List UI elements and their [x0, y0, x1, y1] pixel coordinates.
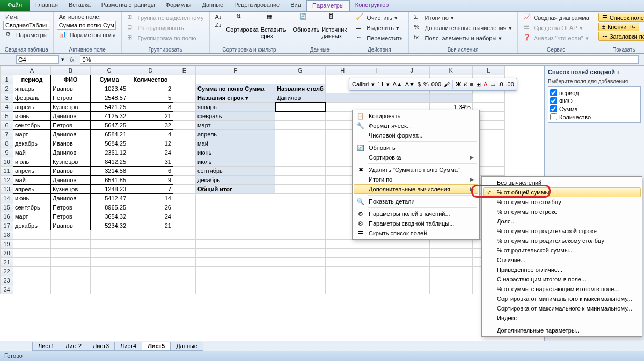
menu-item[interactable]: Итоги по▶	[354, 175, 478, 184]
cell[interactable]	[173, 176, 196, 185]
row-header[interactable]: 13	[1, 185, 13, 194]
sheet-tab[interactable]: Данные	[170, 342, 203, 351]
cell[interactable]: Кузнецов	[51, 103, 91, 112]
cell[interactable]: Петров	[51, 93, 91, 103]
mini-toolbar[interactable]: Calibri▾ 11▾ A▲ A▼ $ % 000 🖌 Ж К ≡ ⊞ A ▭…	[349, 78, 517, 91]
cell[interactable]	[429, 258, 472, 267]
grow-font-icon[interactable]: A▲	[392, 81, 402, 88]
cell[interactable]	[196, 276, 275, 285]
tab-pagelayout[interactable]: Разметка страницы	[96, 0, 160, 11]
cell[interactable]: 8412,25	[91, 157, 128, 167]
cell[interactable]	[394, 285, 429, 294]
cell[interactable]	[173, 185, 196, 194]
cell[interactable]	[173, 167, 196, 176]
cell[interactable]	[360, 258, 394, 267]
cell[interactable]	[394, 267, 429, 276]
cell[interactable]: июнь	[13, 112, 51, 121]
tab-formulas[interactable]: Формулы	[160, 0, 197, 11]
cell[interactable]	[360, 285, 394, 294]
sheet-tab[interactable]: Лист3	[87, 342, 115, 351]
cell[interactable]	[173, 267, 196, 276]
cell[interactable]: 5684,25	[91, 139, 128, 148]
tab-file[interactable]: Файл	[0, 0, 30, 11]
checkbox[interactable]	[550, 105, 557, 112]
cell[interactable]	[173, 103, 196, 112]
align-icon[interactable]: ≡	[470, 81, 473, 88]
cell[interactable]	[173, 121, 196, 130]
cell[interactable]: апрель	[196, 130, 275, 139]
cell[interactable]	[394, 240, 429, 249]
cell[interactable]	[275, 285, 326, 294]
select-button[interactable]: ☰Выделить ▾	[354, 23, 401, 33]
cell[interactable]	[325, 240, 360, 249]
submenu-item[interactable]: Доля...	[483, 216, 641, 226]
cell[interactable]: 6584,21	[91, 130, 128, 139]
cell[interactable]: Названия строк ▾	[196, 93, 275, 103]
cell[interactable]: май	[196, 139, 275, 148]
cell[interactable]	[275, 157, 326, 167]
cell[interactable]: Кузнецов	[51, 185, 91, 194]
submenu-item[interactable]: % от родительской суммы...	[483, 246, 641, 255]
cell[interactable]: Данилов	[51, 148, 91, 157]
select-all[interactable]	[1, 66, 13, 75]
cell[interactable]	[128, 249, 173, 258]
cell[interactable]: 4	[128, 130, 173, 139]
cell[interactable]	[196, 285, 275, 294]
cell[interactable]: июль	[13, 157, 51, 167]
cell[interactable]	[91, 276, 128, 285]
cell[interactable]	[91, 230, 128, 240]
cell[interactable]: ФИО	[51, 75, 91, 84]
cell[interactable]	[472, 93, 504, 103]
cell[interactable]: 21	[128, 112, 173, 121]
tab-insert[interactable]: Вставка	[63, 0, 96, 11]
row-header[interactable]: 8	[1, 139, 13, 148]
cell[interactable]: 26	[128, 203, 173, 212]
cell[interactable]	[394, 249, 429, 258]
cell[interactable]: Иванов	[51, 139, 91, 148]
col-header[interactable]: H	[325, 66, 360, 75]
cell[interactable]	[196, 258, 275, 267]
cell[interactable]	[128, 267, 173, 276]
cell[interactable]: Сумма по полю Сумма	[196, 84, 275, 93]
cell[interactable]	[173, 230, 196, 240]
sheet-tab[interactable]: Лист5	[142, 342, 171, 351]
cell[interactable]	[275, 130, 326, 139]
cell[interactable]: 21	[128, 221, 173, 230]
cell[interactable]	[360, 240, 394, 249]
row-header[interactable]: 15	[1, 203, 13, 212]
cell[interactable]: Кузнецов	[51, 157, 91, 167]
pivotchart-button[interactable]: 📈Сводная диаграмма	[521, 13, 591, 23]
cell[interactable]	[91, 267, 128, 276]
field-checkbox[interactable]: период	[550, 89, 639, 97]
cell[interactable]: Иванов	[51, 221, 91, 230]
submenu-item[interactable]: Приведенное отличие...	[483, 265, 641, 275]
cell[interactable]: 8965,25	[91, 203, 128, 212]
buttons-toggle[interactable]: ±Кнопки +/-	[598, 23, 639, 31]
cell[interactable]	[429, 267, 472, 276]
cell[interactable]	[196, 240, 275, 249]
cell[interactable]: январь	[196, 103, 275, 112]
row-header[interactable]: 24	[1, 285, 13, 294]
cell[interactable]	[429, 240, 472, 249]
cell[interactable]: июнь	[196, 148, 275, 157]
refresh-icon[interactable]: 🔄	[299, 13, 312, 26]
row-header[interactable]: 16	[1, 212, 13, 221]
cell[interactable]	[360, 276, 394, 285]
cell[interactable]	[325, 93, 360, 103]
sort-za-button[interactable]: Z↓	[213, 21, 224, 28]
cell[interactable]: апрель	[13, 167, 51, 176]
cell[interactable]	[394, 258, 429, 267]
row-header[interactable]: 20	[1, 249, 13, 258]
cell[interactable]	[13, 249, 51, 258]
cell[interactable]: 6541,85	[91, 176, 128, 185]
cell[interactable]: Петров	[51, 203, 91, 212]
sheet-tab[interactable]: Лист2	[60, 342, 87, 351]
slicer-icon[interactable]: ▦	[267, 13, 280, 26]
cell[interactable]: Данилов	[51, 112, 91, 121]
row-header[interactable]: 19	[1, 240, 13, 249]
row-header[interactable]: 18	[1, 230, 13, 240]
submenu-item[interactable]: Дополнительные параметры...	[483, 326, 641, 335]
cell[interactable]	[128, 285, 173, 294]
cell[interactable]	[275, 212, 326, 221]
field-checkbox[interactable]: Количество	[550, 113, 639, 121]
